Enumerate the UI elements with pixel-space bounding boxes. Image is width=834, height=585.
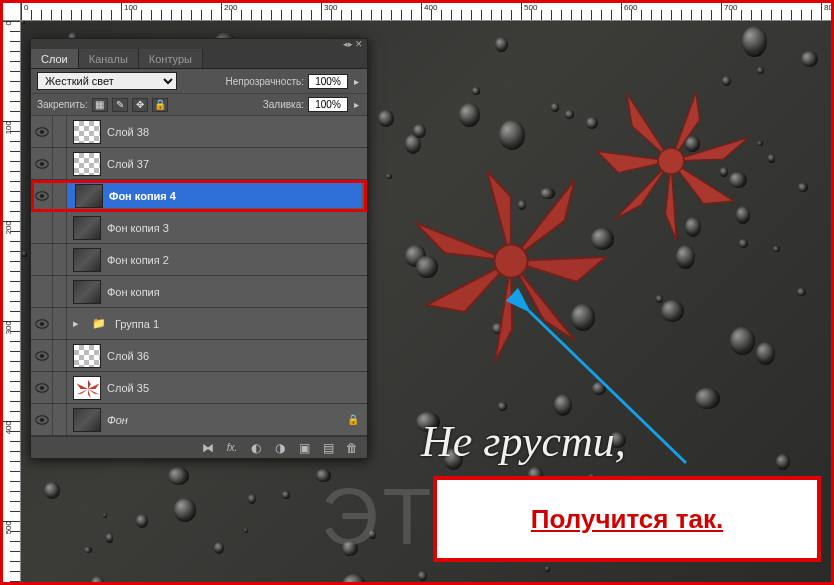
eye-icon xyxy=(35,191,49,201)
fill-input[interactable] xyxy=(308,97,348,112)
chevron-right-icon[interactable]: ▸ xyxy=(352,99,361,110)
layer-row[interactable]: Фон🔒 xyxy=(31,404,367,436)
link-column xyxy=(53,212,67,243)
annotation-callout: Получится так. xyxy=(433,476,821,562)
layer-row[interactable]: Слой 36 xyxy=(31,340,367,372)
layer-row[interactable]: Фон копия 3 xyxy=(31,212,367,244)
link-column xyxy=(53,116,67,147)
visibility-toggle[interactable] xyxy=(31,244,53,275)
link-column xyxy=(53,180,67,211)
panel-tabs: Слои Каналы Контуры xyxy=(31,49,367,69)
panel-collapse-icon[interactable]: ◂▸ xyxy=(343,40,351,48)
tab-channels[interactable]: Каналы xyxy=(79,49,139,68)
opacity-label: Непрозрачность: xyxy=(225,76,304,87)
layer-row[interactable]: Слой 37 xyxy=(31,148,367,180)
ruler-horizontal: 0100200300400500600700800 xyxy=(21,3,831,21)
ruler-vertical: 0100200300400500 xyxy=(3,21,21,582)
new-layer-icon[interactable]: ▤ xyxy=(321,441,335,455)
layer-thumbnail[interactable] xyxy=(73,376,101,400)
panel-close-icon[interactable]: ✕ xyxy=(355,40,363,48)
link-column xyxy=(53,308,67,339)
layer-thumbnail[interactable] xyxy=(75,184,103,208)
svg-point-10 xyxy=(39,321,43,325)
layer-thumbnail[interactable] xyxy=(73,216,101,240)
visibility-toggle[interactable] xyxy=(31,148,53,179)
layer-thumbnail[interactable] xyxy=(73,280,101,304)
chevron-right-icon[interactable]: ▸ xyxy=(352,76,361,87)
visibility-toggle[interactable] xyxy=(31,212,53,243)
visibility-toggle[interactable] xyxy=(31,372,53,403)
layer-row[interactable]: ▸📁Группа 1 xyxy=(31,308,367,340)
eye-icon xyxy=(35,351,49,361)
layer-name[interactable]: Группа 1 xyxy=(115,318,159,330)
link-column xyxy=(53,340,67,371)
layer-row[interactable]: Слой 38 xyxy=(31,116,367,148)
lock-icon: 🔒 xyxy=(347,414,359,425)
layer-name[interactable]: Фон копия 2 xyxy=(107,254,169,266)
svg-point-12 xyxy=(39,353,43,357)
svg-point-8 xyxy=(39,193,43,197)
layer-name[interactable]: Слой 36 xyxy=(107,350,149,362)
new-group-icon[interactable]: ▣ xyxy=(297,441,311,455)
svg-point-14 xyxy=(39,385,43,389)
layers-list: Слой 38Слой 37Фон копия 4Фон копия 3Фон … xyxy=(31,116,367,436)
delete-layer-icon[interactable]: 🗑 xyxy=(345,441,359,455)
link-column xyxy=(53,372,67,403)
ruler-corner xyxy=(3,3,21,21)
panel-titlebar[interactable]: ◂▸ ✕ xyxy=(31,39,367,49)
eye-icon xyxy=(35,127,49,137)
lock-all-icon[interactable]: 🔒 xyxy=(152,98,168,112)
layer-thumbnail[interactable] xyxy=(73,152,101,176)
layer-row[interactable]: Фон копия 2 xyxy=(31,244,367,276)
expand-triangle-icon[interactable]: ▸ xyxy=(73,317,79,330)
layers-panel[interactable]: ◂▸ ✕ Слои Каналы Контуры Жесткий свет Не… xyxy=(30,38,368,459)
layer-fx-icon[interactable]: fx. xyxy=(225,441,239,455)
svg-point-6 xyxy=(39,161,43,165)
add-mask-icon[interactable]: ◐ xyxy=(249,441,263,455)
layer-thumbnail[interactable] xyxy=(73,120,101,144)
visibility-toggle[interactable] xyxy=(31,116,53,147)
layer-thumbnail[interactable] xyxy=(73,344,101,368)
blend-mode-select[interactable]: Жесткий свет xyxy=(37,72,177,90)
opacity-input[interactable] xyxy=(308,74,348,89)
visibility-toggle[interactable] xyxy=(31,308,53,339)
layer-thumbnail[interactable] xyxy=(73,408,101,432)
link-column xyxy=(53,276,67,307)
layer-name[interactable]: Фон xyxy=(107,414,128,426)
tab-layers[interactable]: Слои xyxy=(31,49,79,68)
visibility-toggle[interactable] xyxy=(31,180,53,211)
eye-icon xyxy=(35,383,49,393)
lock-transparent-icon[interactable]: ▦ xyxy=(92,98,108,112)
annotation-callout-text: Получится так. xyxy=(531,504,723,535)
eye-icon xyxy=(35,159,49,169)
svg-point-16 xyxy=(39,417,43,421)
svg-point-4 xyxy=(39,129,43,133)
panel-footer: ⧓ fx. ◐ ◑ ▣ ▤ 🗑 xyxy=(31,436,367,458)
link-layers-icon[interactable]: ⧓ xyxy=(201,441,215,455)
layer-name[interactable]: Слой 35 xyxy=(107,382,149,394)
layer-thumbnail[interactable] xyxy=(73,248,101,272)
link-column xyxy=(53,148,67,179)
visibility-toggle[interactable] xyxy=(31,276,53,307)
eye-icon xyxy=(35,319,49,329)
fill-label: Заливка: xyxy=(263,99,304,110)
folder-icon: 📁 xyxy=(89,316,109,332)
eye-icon xyxy=(35,415,49,425)
layer-row[interactable]: Фон копия xyxy=(31,276,367,308)
lock-image-icon[interactable]: ✎ xyxy=(112,98,128,112)
artwork-script-text: Не грусти, xyxy=(421,416,626,467)
link-column xyxy=(53,244,67,275)
adjustment-layer-icon[interactable]: ◑ xyxy=(273,441,287,455)
layer-row[interactable]: Слой 35 xyxy=(31,372,367,404)
lock-label: Закрепить: xyxy=(37,99,88,110)
layer-name[interactable]: Фон копия xyxy=(107,286,160,298)
visibility-toggle[interactable] xyxy=(31,340,53,371)
lock-position-icon[interactable]: ✥ xyxy=(132,98,148,112)
layer-name[interactable]: Слой 37 xyxy=(107,158,149,170)
visibility-toggle[interactable] xyxy=(31,404,53,435)
layer-name[interactable]: Фон копия 4 xyxy=(109,190,176,202)
layer-name[interactable]: Фон копия 3 xyxy=(107,222,169,234)
tab-paths[interactable]: Контуры xyxy=(139,49,203,68)
layer-name[interactable]: Слой 38 xyxy=(107,126,149,138)
layer-row[interactable]: Фон копия 4 xyxy=(31,180,367,212)
